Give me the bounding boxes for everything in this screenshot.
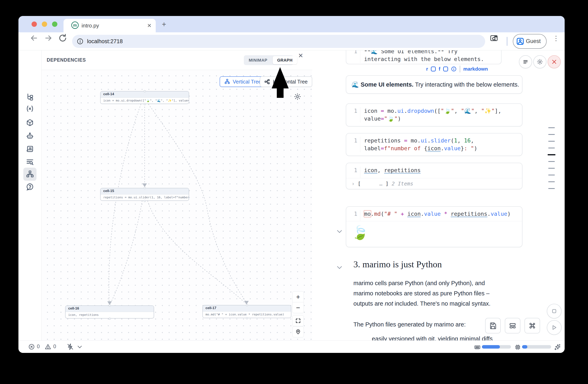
ai-sparkles-icon[interactable] — [554, 343, 561, 351]
fit-view-button[interactable] — [292, 315, 304, 326]
sidebar-item-outline-search[interactable] — [23, 155, 37, 169]
scroll-marker-active[interactable] — [548, 154, 555, 155]
forward-icon[interactable] — [44, 34, 53, 43]
tuple-output[interactable]: › [ … ] 2 Items — [346, 178, 522, 187]
cpu-icon[interactable] — [514, 344, 521, 351]
markdown-editor-cell[interactable]: 1 **🌊 Some UI elements.** Try interactin… — [346, 50, 502, 64]
scroll-marker[interactable] — [548, 141, 555, 142]
profile-button[interactable]: Guest — [513, 34, 546, 49]
code-cell-tuple[interactable]: 1 icon, repetitions › [ … ] 2 Items — [346, 163, 523, 189]
layout-button[interactable] — [505, 318, 520, 333]
memory-icon[interactable] — [474, 344, 481, 350]
save-button[interactable] — [485, 318, 501, 333]
scroll-marker[interactable] — [548, 188, 555, 189]
node-port — [109, 317, 111, 320]
panel-title: DEPENDENCIES — [47, 57, 86, 63]
node-title: cell-17 — [203, 306, 291, 311]
tab-minimap[interactable]: MINIMAP — [244, 56, 272, 64]
scroll-marker[interactable] — [548, 134, 555, 135]
clipped-list-item: easily versioned with git, yielding mini… — [372, 335, 515, 340]
graph-settings-gear-icon[interactable] — [294, 93, 301, 100]
run-toggle-label: r — [426, 66, 428, 72]
panel-close-icon[interactable]: ✕ — [298, 52, 303, 59]
toolbar-divider — [507, 37, 507, 46]
code-line[interactable]: repetitions = mo.ui.slider(1, 16, — [364, 137, 477, 145]
browser-tab[interactable]: m intro.py ✕ — [63, 19, 156, 33]
maximize-window-button[interactable] — [52, 21, 57, 27]
run-button[interactable] — [547, 320, 562, 335]
zoom-out-button[interactable]: − — [292, 302, 304, 313]
screenshot-stage: m intro.py ✕ + localhost:2718 — [0, 0, 588, 384]
tab-close-icon[interactable]: ✕ — [147, 22, 152, 29]
graph-node-cell-15[interactable]: cell-15 repetitions = mo.ui.slider(1, 16… — [100, 188, 189, 201]
footer-divider — [460, 65, 460, 73]
cell-menu-button[interactable] — [519, 55, 532, 68]
node-port — [144, 200, 146, 202]
close-window-button[interactable] — [32, 21, 37, 27]
errors-icon[interactable] — [28, 344, 35, 350]
info-icon[interactable] — [451, 66, 457, 72]
autorun-off-icon[interactable] — [67, 343, 74, 350]
warnings-icon[interactable] — [45, 344, 51, 350]
graph-node-cell-16[interactable]: cell-16 icon, repetitions — [65, 306, 154, 319]
scroll-marker[interactable] — [548, 161, 555, 162]
minimize-window-button[interactable] — [42, 21, 47, 27]
node-title: cell-15 — [101, 188, 189, 194]
section-collapse-chevron-icon[interactable] — [336, 265, 343, 270]
cell-language-label[interactable]: markdown — [463, 66, 488, 72]
sidebar-item-packages[interactable] — [23, 116, 37, 129]
sidebar-item-help[interactable] — [23, 180, 37, 193]
code-line[interactable]: value="🍃") — [364, 115, 501, 123]
horizontal-tree-button[interactable]: Horizontal Tree — [260, 76, 312, 87]
tab-graph[interactable]: GRAPH — [273, 56, 297, 64]
browser-tab-bar: m intro.py ✕ + — [19, 16, 565, 32]
shutdown-button[interactable] — [548, 55, 561, 68]
site-info-icon[interactable] — [77, 38, 84, 45]
node-port — [109, 304, 111, 307]
new-tab-button[interactable]: + — [162, 21, 166, 27]
cpu-usage-bar — [522, 345, 551, 349]
line-number: 1 — [346, 166, 360, 178]
graph-node-cell-14[interactable]: cell-14 icon = mo.ui.dropdown(["🍃", "🌊",… — [100, 91, 189, 104]
graph-node-cell-17[interactable]: cell-17 mo.md("# " + icon.value * repeti… — [202, 305, 291, 318]
vertical-tree-button[interactable]: Vertical Tree — [220, 76, 266, 87]
sidebar-item-ai-assistant[interactable] — [23, 130, 37, 143]
browser-menu-icon[interactable]: ⋮ — [553, 34, 559, 42]
code-line[interactable]: icon = mo.ui.dropdown(["🍃", "🌊", "✨"], — [364, 107, 501, 115]
back-icon[interactable] — [29, 34, 39, 43]
scroll-marker[interactable] — [548, 181, 555, 182]
code-line[interactable]: icon, repetitions — [360, 166, 420, 178]
code-cell-md-expr[interactable]: 1 mo.md("# " + icon.value * repetitions.… — [346, 206, 523, 247]
run-toggle-checkbox[interactable] — [431, 67, 436, 71]
scroll-marker[interactable] — [548, 127, 555, 128]
format-toggle-checkbox[interactable] — [443, 67, 448, 71]
node-title: cell-16 — [65, 306, 154, 312]
error-count: 0 — [37, 344, 40, 349]
scroll-marker[interactable] — [548, 174, 555, 175]
search-tabs-icon[interactable] — [490, 34, 498, 43]
url-bar[interactable]: localhost:2718 — [72, 35, 485, 48]
stop-button[interactable] — [547, 304, 562, 319]
vertical-tree-label: Vertical Tree — [233, 79, 261, 85]
chevron-down-icon[interactable] — [77, 345, 82, 349]
scroll-marker[interactable] — [548, 148, 555, 148]
scroll-marker[interactable] — [548, 168, 555, 169]
collapse-chevron-icon[interactable] — [336, 229, 343, 234]
sidebar-item-logs[interactable] — [23, 142, 37, 155]
notebook-settings-button[interactable] — [533, 55, 546, 68]
zoom-in-button[interactable]: + — [292, 291, 304, 302]
markdown-source[interactable]: **🌊 Some UI elements.** Try interacting … — [360, 50, 495, 63]
sidebar-item-file-tree[interactable] — [23, 91, 37, 104]
reload-icon[interactable] — [58, 34, 67, 43]
code-line[interactable]: label=f"number of {icon.value}: ") — [364, 145, 477, 152]
code-cell-dropdown[interactable]: 1 icon = mo.ui.dropdown(["🍃", "🌊", "✨"],… — [346, 103, 523, 127]
cpu-usage-fill — [522, 345, 527, 349]
code-line[interactable]: mo.md("# " + icon.value * repetitions.va… — [360, 210, 511, 221]
sidebar-item-variables[interactable] — [23, 102, 37, 115]
locate-node-button[interactable] — [292, 326, 304, 337]
node-code: mo.md("# " + icon.value * repetitions.va… — [203, 311, 291, 317]
sidebar-item-dependencies[interactable] — [23, 168, 37, 181]
menu-icon — [523, 59, 529, 65]
keyboard-shortcuts-button[interactable] — [525, 318, 540, 333]
code-cell-slider[interactable]: 1 repetitions = mo.ui.slider(1, 16, labe… — [346, 133, 523, 156]
